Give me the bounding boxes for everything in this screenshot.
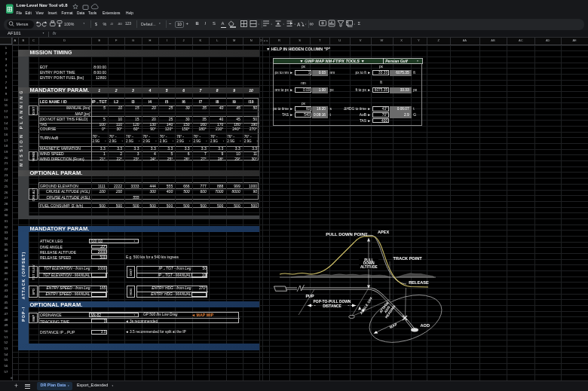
svg-text:A: A bbox=[297, 22, 301, 27]
